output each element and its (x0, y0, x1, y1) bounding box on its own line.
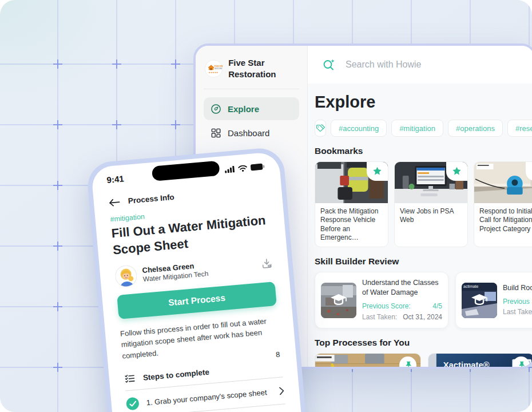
hashtag-chip-operations[interactable]: #operations (448, 120, 503, 137)
sidebar-item-explore[interactable]: Explore (204, 97, 299, 120)
marketing-canvas: FIVE STAR RESTORE ★★★★★ Five Star Restor… (0, 0, 532, 412)
skill-card-build-rooms[interactable]: actimate Build Rooms in (455, 272, 532, 328)
five-star-restoration-logo: FIVE STAR RESTORE ★★★★★ (205, 58, 223, 80)
avatar (114, 264, 138, 288)
bookmarks-row: Pack the Mitigation Response Vehicle Bef… (315, 161, 532, 247)
graduation-cap-icon (329, 292, 348, 309)
sidebar-item-dashboard[interactable]: Dashboard (204, 121, 299, 144)
search-howie-icon (321, 57, 336, 72)
skill-card-water-damage[interactable]: Understand the Classes of Water Damage P… (315, 272, 448, 328)
phone-header-title: Process Info (128, 193, 174, 205)
pin-icon (517, 360, 526, 367)
last-taken-label: Last Taken: (503, 307, 532, 318)
top-processes-row: Xactimate® Claims Estimating Wherever Yo… (315, 353, 532, 367)
top-processes-heading: Top Processes for You (315, 338, 532, 348)
sidebar-divider (204, 89, 299, 89)
chip-label: #mitigation (399, 124, 435, 133)
org-header: FIVE STAR RESTORE ★★★★★ Five Star Restor… (204, 57, 299, 80)
bookmark-title: View Jobs in PSA Web (395, 203, 467, 229)
page-title: Explore (315, 93, 532, 112)
previous-score-label: Previous Score: (503, 296, 532, 307)
process-card-xactimate[interactable]: Xactimate® Claims Estimating Wherever Yo… (428, 353, 532, 367)
wifi-icon (237, 164, 248, 172)
start-process-button[interactable]: Start Process (117, 282, 277, 319)
chevron-right-icon (279, 386, 284, 395)
hashtag-chip-research[interactable]: #research (507, 120, 532, 137)
last-taken-value: Oct 31, 2024 (403, 312, 442, 323)
star-icon (451, 166, 462, 177)
bookmark-card-psa-web[interactable]: View Jobs in PSA Web (394, 161, 468, 247)
skill-card-title: Understand the Classes of Water Damage (362, 278, 442, 297)
back-arrow-icon[interactable] (108, 198, 120, 207)
bookmark-title: Respond to Initial Call for Mitigation P… (474, 203, 532, 238)
previous-score-value: 4/5 (432, 301, 442, 312)
checklist-icon (124, 373, 136, 385)
tags-filter-button[interactable] (315, 120, 326, 137)
dashboard-icon (211, 128, 221, 138)
chip-label: #accounting (339, 124, 379, 133)
skill-builder-heading: Skill Builder Review (315, 256, 532, 267)
phone-mockup: 9:41 Process Info #mitigation Fill Out a… (86, 146, 311, 412)
signal-icon (224, 165, 235, 173)
bookmark-photo-airmover (474, 162, 532, 203)
check-circle-filled-icon (126, 397, 140, 411)
org-name: Five Star Restoration (228, 57, 299, 80)
xactimate-brand-text: Xactimate® (443, 361, 490, 367)
hashtag-chip-accounting[interactable]: #accounting (331, 120, 387, 137)
explore-content: Explore #accounting #mitigation #operati… (308, 84, 532, 367)
download-icon[interactable] (260, 257, 274, 271)
hashtag-filter-row: #accounting #mitigation #operations #res… (315, 120, 532, 137)
chip-label: #research (515, 124, 532, 133)
logo-stars: ★★★★★ (209, 71, 219, 73)
previous-score-label: Previous Score: (362, 301, 411, 312)
process-card-hoses[interactable] (315, 353, 421, 367)
bookmark-star-badge[interactable] (446, 162, 467, 181)
battery-icon (250, 163, 265, 171)
bookmark-card-initial-call[interactable]: Respond to Initial Call for Mitigation P… (474, 161, 532, 247)
compass-icon (211, 104, 221, 114)
skill-card-title: Build Rooms in (503, 283, 532, 292)
search-bar (308, 46, 532, 84)
last-taken-label: Last Taken: (362, 312, 397, 323)
tags-icon (315, 123, 325, 133)
hashtag-chip-mitigation[interactable]: #mitigation (391, 120, 443, 137)
sidebar-item-label: Dashboard (228, 128, 269, 138)
bookmark-title: Pack the Mitigation Response Vehicle Bef… (315, 203, 388, 247)
chip-label: #operations (456, 124, 495, 133)
search-input[interactable] (346, 60, 521, 70)
star-icon (372, 166, 383, 177)
main-panel: Explore #accounting #mitigation #operati… (308, 46, 532, 367)
skill-builder-row: Understand the Classes of Water Damage P… (315, 272, 532, 328)
bookmark-star-badge[interactable] (367, 162, 388, 181)
bookmark-card-pack-vehicle[interactable]: Pack the Mitigation Response Vehicle Bef… (315, 161, 388, 247)
pin-icon (403, 360, 413, 367)
step-label: 1. Grab your company's scope sheet (146, 387, 272, 407)
graduation-cap-icon (470, 292, 489, 309)
bookmarks-heading: Bookmarks (315, 146, 532, 156)
sidebar-item-label: Explore (228, 104, 259, 114)
status-time: 9:41 (106, 173, 124, 185)
author-row: Chelsea Green Water Mitigation Tech (114, 252, 274, 288)
svg-text:RESTORE: RESTORE (215, 68, 223, 70)
